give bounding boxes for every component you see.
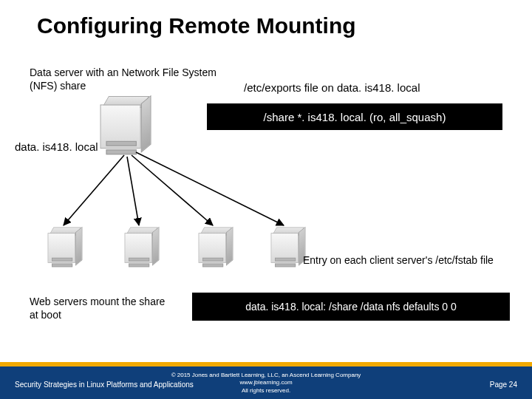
arrows-icon <box>0 0 532 399</box>
footer-copyright-line2: www.jblearning.com <box>0 379 532 386</box>
client-server-icon <box>199 227 233 266</box>
data-server-icon <box>100 96 151 154</box>
fstab-entry-label: Entry on each client server's /etc/fstab… <box>303 254 510 267</box>
footer-copyright: © 2015 Jones and Bartlett Learning, LLC,… <box>0 372 532 395</box>
svg-line-2 <box>132 155 213 225</box>
exports-file-content: /share *. is418. local. (ro, all_squash) <box>207 103 502 130</box>
slide-root: Configuring Remote Mounting Data server … <box>0 0 532 399</box>
exports-line-text: /share *. is418. local. (ro, all_squash) <box>264 111 446 123</box>
data-server-hostname: data. is418. local <box>15 140 98 154</box>
svg-line-3 <box>136 152 284 225</box>
exports-file-label: /etc/exports file on data. is418. local <box>244 81 495 95</box>
footer-copyright-line1: © 2015 Jones and Bartlett Learning, LLC,… <box>0 372 532 379</box>
client-server-icon <box>48 227 83 266</box>
fstab-line-text: data. is418. local: /share /data nfs def… <box>245 301 457 313</box>
svg-line-1 <box>127 157 139 225</box>
data-server-caption: Data server with an Network File System … <box>30 66 222 92</box>
fstab-entry-content: data. is418. local: /share /data nfs def… <box>192 293 510 321</box>
slide-title: Configuring Remote Mounting <box>37 13 356 38</box>
client-server-icon <box>271 227 306 266</box>
web-servers-caption: Web servers mount the share at boot <box>30 296 170 321</box>
footer-copyright-line3: All rights reserved. <box>0 387 532 395</box>
svg-line-0 <box>64 155 124 225</box>
page-number: Page 24 <box>490 381 517 389</box>
client-server-icon <box>125 227 160 266</box>
